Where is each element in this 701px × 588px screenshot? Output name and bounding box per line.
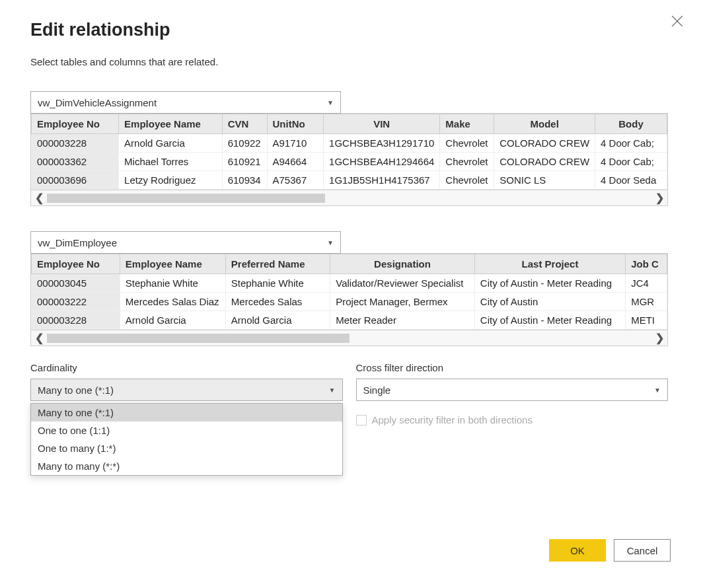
cell: City of Austin - Meter Reading xyxy=(474,274,625,293)
cardinality-option[interactable]: Many to one (*:1) xyxy=(31,404,342,422)
cell: City of Austin - Meter Reading xyxy=(474,311,625,330)
scroll-track[interactable] xyxy=(47,194,651,203)
crossfilter-selected: Single xyxy=(363,385,391,396)
column-header[interactable]: Employee No xyxy=(32,254,120,274)
cardinality-dropdown: Many to one (*:1) One to one (1:1) One t… xyxy=(30,403,343,476)
table-row[interactable]: 000003045 Stephanie White Stephanie Whit… xyxy=(32,274,667,293)
cell: Arnold Garcia xyxy=(120,311,225,330)
scroll-thumb[interactable] xyxy=(47,194,325,203)
cell: A94664 xyxy=(267,153,324,171)
cell: City of Austin xyxy=(474,293,625,311)
column-header[interactable]: VIN xyxy=(324,114,440,134)
horizontal-scrollbar[interactable]: ❮ ❯ xyxy=(30,330,668,346)
chevron-down-icon: ▼ xyxy=(327,239,334,246)
scroll-left-icon[interactable]: ❮ xyxy=(31,330,47,346)
cell: Chevrolet xyxy=(440,153,494,171)
cell: METI xyxy=(626,311,667,330)
cell: Chevrolet xyxy=(440,171,494,190)
scroll-right-icon[interactable]: ❯ xyxy=(651,190,667,206)
cell: Meter Reader xyxy=(330,311,475,330)
crossfilter-combo[interactable]: Single ▼ xyxy=(356,379,669,401)
dialog-subtitle: Select tables and columns that are relat… xyxy=(30,56,671,67)
cell: Mercedes Salas Diaz xyxy=(120,293,225,311)
column-header[interactable]: Employee Name xyxy=(120,254,225,274)
cell: Letzy Rodriguez xyxy=(119,171,223,190)
security-filter-label: Apply security filter in both directions xyxy=(372,414,533,425)
cell: 610921 xyxy=(222,153,267,171)
cell: JC4 xyxy=(626,274,667,293)
column-header[interactable]: Designation xyxy=(330,254,475,274)
ok-button[interactable]: OK xyxy=(549,539,606,562)
cardinality-option[interactable]: Many to many (*:*) xyxy=(31,457,342,475)
cell: Arnold Garcia xyxy=(225,311,330,330)
cell: MGR xyxy=(626,293,667,311)
cell: Michael Torres xyxy=(119,153,223,171)
cell: 000003696 xyxy=(32,171,119,190)
cell: Stephanie White xyxy=(225,274,330,293)
cell: 000003362 xyxy=(32,153,119,171)
cardinality-option[interactable]: One to one (1:1) xyxy=(31,422,342,439)
dialog-title: Edit relationship xyxy=(30,20,671,40)
cardinality-label: Cardinality xyxy=(30,362,343,373)
table-row[interactable]: 000003362 Michael Torres 610921 A94664 1… xyxy=(32,153,667,171)
cell: A75367 xyxy=(267,171,324,190)
crossfilter-label: Cross filter direction xyxy=(356,362,669,373)
table2-selector-value: vw_DimEmployee xyxy=(38,237,117,248)
cardinality-selected: Many to one (*:1) xyxy=(38,385,114,396)
cell: 610922 xyxy=(222,134,267,153)
column-header[interactable]: Employee Name xyxy=(119,114,223,134)
cell: 4 Door Cab; xyxy=(595,134,667,153)
cardinality-combo[interactable]: Many to one (*:1) ▼ xyxy=(30,379,343,401)
column-header[interactable]: Model xyxy=(494,114,595,134)
cell: 4 Door Cab; xyxy=(595,153,667,171)
cell: 000003222 xyxy=(32,293,120,311)
scroll-thumb[interactable] xyxy=(47,334,350,343)
column-header[interactable]: Body xyxy=(595,114,667,134)
column-header[interactable]: Job C xyxy=(626,254,667,274)
horizontal-scrollbar[interactable]: ❮ ❯ xyxy=(30,190,668,206)
column-header[interactable]: Preferred Name xyxy=(225,254,330,274)
cell: 4 Door Seda xyxy=(595,171,667,190)
cell: A91710 xyxy=(267,134,324,153)
cell: 000003045 xyxy=(32,274,120,293)
cancel-button[interactable]: Cancel xyxy=(614,539,671,562)
cell: 000003228 xyxy=(32,134,119,153)
table1-header-row: Employee No Employee Name CVN UnitNo VIN… xyxy=(32,114,667,134)
column-header[interactable]: CVN xyxy=(222,114,267,134)
cell: Arnold Garcia xyxy=(119,134,223,153)
cell: 000003228 xyxy=(32,311,120,330)
table2-selector[interactable]: vw_DimEmployee ▼ xyxy=(30,231,341,254)
column-header[interactable]: Last Project xyxy=(474,254,625,274)
table1-preview: Employee No Employee Name CVN UnitNo VIN… xyxy=(30,113,671,206)
cell: Project Manager, Bermex xyxy=(330,293,475,311)
scroll-right-icon[interactable]: ❯ xyxy=(651,330,667,346)
table1-selector[interactable]: vw_DimVehicleAssignment ▼ xyxy=(30,91,341,114)
table-row[interactable]: 000003696 Letzy Rodriguez 610934 A75367 … xyxy=(32,171,667,190)
checkbox-icon xyxy=(356,415,367,425)
cell: 1GCHSBEA3H1291710 xyxy=(324,134,440,153)
cell: 1GCHSBEA4H1294664 xyxy=(324,153,440,171)
column-header[interactable]: Make xyxy=(440,114,494,134)
cell: Stephanie White xyxy=(120,274,225,293)
cell: COLORADO CREW xyxy=(494,153,595,171)
cell: 1G1JB5SH1H4175367 xyxy=(324,171,440,190)
chevron-down-icon: ▼ xyxy=(654,386,661,394)
table-row[interactable]: 000003228 Arnold Garcia 610922 A91710 1G… xyxy=(32,134,667,153)
cell: COLORADO CREW xyxy=(494,134,595,153)
scroll-left-icon[interactable]: ❮ xyxy=(31,190,47,206)
cell: Validator/Reviewer Specialist xyxy=(330,274,475,293)
chevron-down-icon: ▼ xyxy=(327,99,334,106)
cell: Mercedes Salas xyxy=(225,293,330,311)
table-row[interactable]: 000003222 Mercedes Salas Diaz Mercedes S… xyxy=(32,293,667,311)
cell: 610934 xyxy=(222,171,267,190)
column-header[interactable]: UnitNo xyxy=(267,114,324,134)
security-filter-checkbox: Apply security filter in both directions xyxy=(356,414,669,425)
cell: SONIC LS xyxy=(494,171,595,190)
table-row[interactable]: 000003228 Arnold Garcia Arnold Garcia Me… xyxy=(32,311,667,330)
scroll-track[interactable] xyxy=(47,334,651,343)
close-button[interactable] xyxy=(669,13,685,29)
column-header[interactable]: Employee No xyxy=(32,114,119,134)
cardinality-option[interactable]: One to many (1:*) xyxy=(31,439,342,457)
chevron-down-icon: ▼ xyxy=(329,386,336,394)
table1-selector-value: vw_DimVehicleAssignment xyxy=(38,97,157,108)
